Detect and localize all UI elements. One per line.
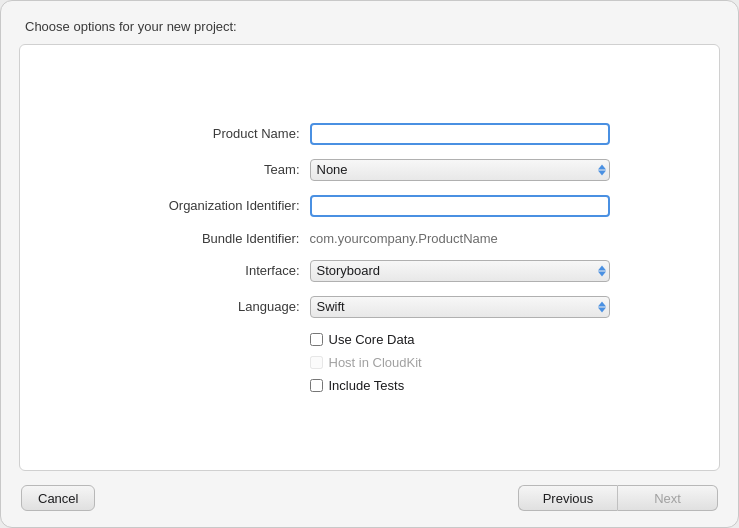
interface-label: Interface:: [130, 263, 310, 278]
bundle-identifier-label: Bundle Identifier:: [130, 231, 310, 246]
host-in-cloudkit-row: Host in CloudKit: [310, 355, 610, 370]
dialog-title: Choose options for your new project:: [25, 19, 237, 34]
team-row: Team: None: [130, 159, 610, 181]
host-in-cloudkit-label: Host in CloudKit: [329, 355, 422, 370]
language-select[interactable]: Swift Objective-C: [310, 296, 610, 318]
host-in-cloudkit-checkbox[interactable]: [310, 356, 323, 369]
nav-button-group: Previous Next: [518, 485, 718, 511]
team-control: None: [310, 159, 610, 181]
org-identifier-label: Organization Identifier:: [130, 198, 310, 213]
dialog-footer: Cancel Previous Next: [1, 471, 738, 527]
language-row: Language: Swift Objective-C: [130, 296, 610, 318]
use-core-data-label: Use Core Data: [329, 332, 415, 347]
language-control: Swift Objective-C: [310, 296, 610, 318]
next-button: Next: [618, 485, 718, 511]
cancel-button[interactable]: Cancel: [21, 485, 95, 511]
interface-control: Storyboard SwiftUI: [310, 260, 610, 282]
team-label: Team:: [130, 162, 310, 177]
checkboxes-section: Use Core Data Host in CloudKit Include T…: [130, 332, 610, 393]
use-core-data-row: Use Core Data: [310, 332, 610, 347]
product-name-row: Product Name:: [130, 123, 610, 145]
interface-row: Interface: Storyboard SwiftUI: [130, 260, 610, 282]
use-core-data-checkbox[interactable]: [310, 333, 323, 346]
org-identifier-row: Organization Identifier:: [130, 195, 610, 217]
interface-select-wrapper: Storyboard SwiftUI: [310, 260, 610, 282]
previous-button[interactable]: Previous: [518, 485, 618, 511]
language-label: Language:: [130, 299, 310, 314]
team-select-wrapper: None: [310, 159, 610, 181]
bundle-identifier-value: com.yourcompany.ProductName: [310, 229, 498, 248]
include-tests-checkbox[interactable]: [310, 379, 323, 392]
form-container: Product Name: Team: None: [130, 123, 610, 393]
team-select[interactable]: None: [310, 159, 610, 181]
language-select-wrapper: Swift Objective-C: [310, 296, 610, 318]
product-name-input[interactable]: [310, 123, 610, 145]
bundle-identifier-control: com.yourcompany.ProductName: [310, 231, 610, 246]
org-identifier-input[interactable]: [310, 195, 610, 217]
interface-select[interactable]: Storyboard SwiftUI: [310, 260, 610, 282]
include-tests-label: Include Tests: [329, 378, 405, 393]
bundle-identifier-row: Bundle Identifier: com.yourcompany.Produ…: [130, 231, 610, 246]
dialog-body: Product Name: Team: None: [19, 44, 720, 471]
dialog: Choose options for your new project: Pro…: [0, 0, 739, 528]
include-tests-row: Include Tests: [310, 378, 610, 393]
dialog-header: Choose options for your new project:: [1, 1, 738, 44]
org-identifier-control: [310, 195, 610, 217]
product-name-control: [310, 123, 610, 145]
product-name-label: Product Name:: [130, 126, 310, 141]
